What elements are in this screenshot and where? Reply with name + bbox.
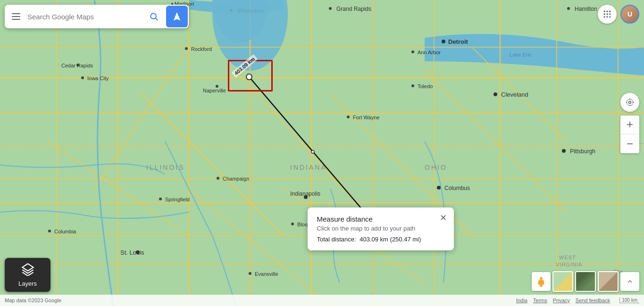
- distance-value: 403.09 km (250.47 mi): [360, 236, 421, 243]
- svg-text:Rockford: Rockford: [191, 46, 212, 52]
- svg-point-38: [329, 7, 332, 10]
- svg-text:Hamilton: Hamilton: [575, 6, 597, 12]
- svg-text:INDIANA: INDIANA: [290, 164, 327, 171]
- layers-icon: [21, 263, 34, 278]
- svg-text:Columbia: Columbia: [54, 229, 76, 234]
- svg-text:Fort Wayne: Fort Wayne: [353, 115, 379, 120]
- svg-point-62: [159, 198, 162, 200]
- svg-text:VIRGINIA: VIRGINIA: [556, 262, 582, 267]
- svg-point-98: [604, 16, 605, 17]
- feedback-link[interactable]: Send feedback: [576, 298, 610, 303]
- svg-text:Toledo: Toledo: [418, 83, 433, 89]
- svg-point-76: [249, 272, 251, 275]
- svg-text:Springfield: Springfield: [165, 197, 190, 202]
- street-view-button[interactable]: [532, 272, 551, 291]
- svg-point-104: [540, 277, 543, 280]
- hamburger-icon: [12, 13, 20, 20]
- svg-text:ILLINOIS: ILLINOIS: [146, 164, 185, 171]
- svg-point-99: [606, 16, 608, 17]
- search-bar: [5, 5, 189, 28]
- svg-point-44: [411, 50, 414, 53]
- svg-point-95: [604, 13, 605, 15]
- bottom-bar: Map data ©2023 Google India Terms Privac…: [0, 295, 644, 306]
- india-link[interactable]: India: [516, 298, 527, 303]
- svg-text:OHIO: OHIO: [425, 164, 447, 171]
- svg-marker-101: [22, 264, 33, 271]
- map-type-default-button[interactable]: [552, 271, 573, 292]
- zoom-out-button[interactable]: −: [620, 134, 639, 153]
- svg-point-60: [217, 177, 219, 180]
- popup-distance: Total distance: 403.09 km (250.47 mi): [317, 236, 444, 243]
- hamburger-button[interactable]: [5, 5, 27, 28]
- top-right-controls: U: [598, 5, 639, 24]
- expand-button[interactable]: [620, 272, 639, 291]
- svg-point-70: [81, 76, 84, 79]
- map-type-terrain-button[interactable]: [598, 271, 619, 292]
- svg-point-93: [606, 11, 608, 12]
- svg-text:Cleveland: Cleveland: [501, 91, 528, 98]
- svg-point-103: [627, 99, 633, 105]
- svg-point-42: [442, 40, 445, 43]
- user-avatar[interactable]: U: [620, 5, 639, 24]
- svg-point-48: [562, 149, 566, 153]
- svg-text:Iowa City: Iowa City: [87, 75, 109, 81]
- svg-point-40: [567, 7, 570, 10]
- svg-text:Detroit: Detroit: [448, 38, 468, 45]
- svg-text:Columbus: Columbus: [444, 185, 470, 191]
- svg-point-52: [347, 116, 350, 118]
- svg-text:Evansville: Evansville: [255, 271, 278, 277]
- svg-point-66: [48, 230, 51, 232]
- svg-point-46: [493, 92, 497, 96]
- svg-point-50: [411, 84, 414, 87]
- layers-label: Layers: [18, 280, 37, 287]
- svg-line-91: [156, 18, 158, 21]
- svg-point-82: [246, 74, 252, 80]
- street-view-controls: [532, 271, 639, 292]
- map-container[interactable]: ILLINOIS INDIANA OHIO Milwaukee Grand Ra…: [0, 0, 644, 306]
- popup-title: Measure distance: [317, 215, 444, 223]
- search-button[interactable]: [142, 5, 165, 28]
- svg-point-54: [437, 186, 441, 190]
- measure-distance-popup: ✕ Measure distance Click on the map to a…: [308, 207, 454, 250]
- svg-point-72: [185, 47, 188, 50]
- svg-point-58: [291, 223, 294, 225]
- scale-label: 100 km: [619, 298, 639, 303]
- svg-point-92: [604, 11, 605, 12]
- svg-text:Ann Arbor: Ann Arbor: [418, 50, 441, 55]
- map-type-satellite-button[interactable]: [575, 271, 596, 292]
- layers-button[interactable]: Layers: [5, 258, 50, 292]
- svg-text:Grand Rapids: Grand Rapids: [336, 6, 371, 12]
- svg-text:WEST: WEST: [559, 255, 576, 260]
- map-background: ILLINOIS INDIANA OHIO Milwaukee Grand Ra…: [0, 0, 644, 306]
- svg-text:Naperville: Naperville: [203, 88, 226, 93]
- svg-point-84: [311, 150, 314, 153]
- svg-text:Champaign: Champaign: [223, 176, 249, 182]
- zoom-controls: + −: [620, 116, 639, 153]
- map-data-label: Map data ©2023 Google: [5, 298, 61, 303]
- google-apps-button[interactable]: [598, 5, 617, 24]
- terms-link[interactable]: Terms: [533, 298, 547, 303]
- svg-point-102: [629, 101, 631, 103]
- svg-point-90: [151, 13, 156, 19]
- my-location-button[interactable]: [620, 93, 639, 112]
- directions-button[interactable]: [166, 6, 188, 27]
- popup-close-button[interactable]: ✕: [438, 212, 449, 223]
- distance-label: Total distance:: [317, 236, 356, 243]
- privacy-link[interactable]: Privacy: [553, 298, 570, 303]
- svg-text:St. Louis: St. Louis: [120, 249, 144, 256]
- svg-point-100: [609, 16, 611, 17]
- svg-point-97: [609, 13, 611, 15]
- right-side-controls: + −: [620, 93, 639, 153]
- search-input[interactable]: [27, 13, 142, 21]
- svg-point-94: [609, 11, 611, 12]
- svg-point-96: [606, 13, 608, 15]
- svg-text:Pittsburgh: Pittsburgh: [570, 148, 595, 155]
- zoom-in-button[interactable]: +: [620, 116, 639, 134]
- popup-subtitle: Click on the map to add to your path: [317, 225, 444, 232]
- svg-text:Indianapolis: Indianapolis: [290, 190, 320, 197]
- svg-text:Lake Erie: Lake Erie: [510, 52, 531, 58]
- svg-text:Cedar Rapids: Cedar Rapids: [61, 63, 93, 68]
